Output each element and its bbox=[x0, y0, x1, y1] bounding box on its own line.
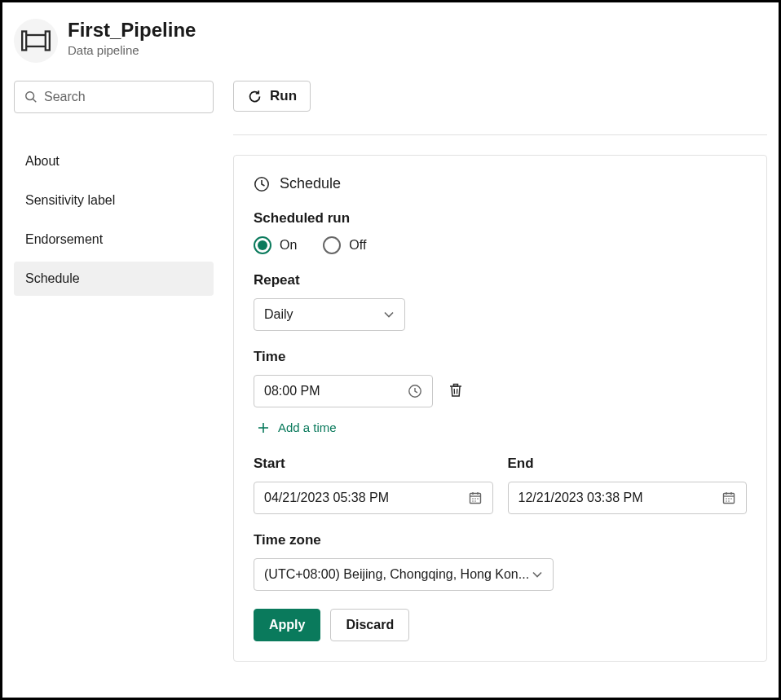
pipeline-icon bbox=[14, 19, 58, 63]
search-icon bbox=[24, 90, 38, 104]
timezone-section: Time zone (UTC+08:00) Beijing, Chongqing… bbox=[254, 532, 747, 591]
sidebar: About Sensitivity label Endorsement Sche… bbox=[14, 81, 214, 662]
refresh-icon bbox=[247, 89, 263, 104]
svg-point-3 bbox=[26, 92, 34, 100]
button-row: Apply Discard bbox=[254, 609, 747, 641]
end-label: End bbox=[508, 456, 748, 472]
run-button[interactable]: Run bbox=[233, 81, 311, 112]
start-col: Start 04/21/2023 05:38 PM bbox=[254, 456, 493, 514]
timezone-label: Time zone bbox=[254, 532, 747, 548]
svg-point-15 bbox=[472, 498, 474, 500]
schedule-card: Schedule Scheduled run On Off bbox=[233, 155, 767, 662]
calendar-icon bbox=[721, 491, 736, 505]
page-title: First_Pipeline bbox=[68, 19, 196, 42]
clock-icon bbox=[408, 384, 422, 398]
svg-line-4 bbox=[33, 99, 36, 102]
svg-point-27 bbox=[726, 500, 727, 502]
radio-on-indicator bbox=[254, 236, 271, 254]
time-label: Time bbox=[254, 349, 747, 365]
start-label: Start bbox=[254, 456, 493, 472]
time-row: 08:00 PM bbox=[254, 375, 747, 407]
svg-point-26 bbox=[730, 498, 732, 500]
calendar-icon bbox=[468, 491, 483, 505]
main: Run Schedule Scheduled run bbox=[233, 81, 767, 662]
add-time-label: Add a time bbox=[278, 420, 337, 434]
search-input[interactable] bbox=[14, 81, 214, 113]
delete-time-button[interactable] bbox=[444, 379, 467, 404]
title-block: First_Pipeline Data pipeline bbox=[68, 19, 196, 57]
svg-point-24 bbox=[726, 498, 727, 500]
chevron-down-icon bbox=[383, 309, 395, 320]
radio-off-indicator bbox=[323, 236, 341, 254]
svg-point-16 bbox=[474, 498, 476, 500]
repeat-value: Daily bbox=[264, 307, 293, 322]
end-value: 12/21/2023 03:38 PM bbox=[518, 491, 643, 505]
nav-list: About Sensitivity label Endorsement Sche… bbox=[14, 144, 214, 296]
plus-icon bbox=[257, 421, 270, 434]
end-input[interactable]: 12/21/2023 03:38 PM bbox=[508, 482, 748, 514]
search-field[interactable] bbox=[44, 90, 203, 104]
apply-button-label: Apply bbox=[269, 618, 305, 632]
trash-icon bbox=[448, 382, 464, 398]
time-input[interactable]: 08:00 PM bbox=[254, 375, 433, 407]
repeat-section: Repeat Daily bbox=[254, 272, 747, 331]
radio-off[interactable]: Off bbox=[323, 236, 366, 254]
time-section: Time 08:00 PM bbox=[254, 349, 747, 438]
repeat-label: Repeat bbox=[254, 272, 747, 288]
timezone-value: (UTC+08:00) Beijing, Chongqing, Hong Kon… bbox=[264, 567, 529, 582]
svg-rect-2 bbox=[46, 32, 50, 51]
apply-button[interactable]: Apply bbox=[254, 609, 320, 641]
card-header: Schedule bbox=[254, 175, 747, 192]
sidebar-item-schedule[interactable]: Schedule bbox=[14, 262, 214, 296]
discard-button[interactable]: Discard bbox=[330, 609, 409, 641]
page-subtitle: Data pipeline bbox=[68, 43, 196, 57]
timezone-select[interactable]: (UTC+08:00) Beijing, Chongqing, Hong Kon… bbox=[254, 558, 554, 591]
svg-point-25 bbox=[728, 498, 730, 500]
scheduled-run-radio-group: On Off bbox=[254, 236, 747, 254]
clock-icon bbox=[254, 176, 270, 192]
end-col: End 12/21/2023 03:38 PM bbox=[508, 456, 748, 514]
date-range-section: Start 04/21/2023 05:38 PM bbox=[254, 456, 747, 514]
svg-point-18 bbox=[472, 500, 474, 502]
chevron-down-icon bbox=[532, 569, 543, 580]
sidebar-item-endorsement[interactable]: Endorsement bbox=[14, 222, 214, 257]
svg-point-17 bbox=[477, 498, 479, 500]
start-input[interactable]: 04/21/2023 05:38 PM bbox=[254, 482, 493, 514]
scheduled-run-label: Scheduled run bbox=[254, 210, 747, 227]
scheduled-run-section: Scheduled run On Off bbox=[254, 210, 747, 254]
radio-on-label: On bbox=[280, 238, 297, 253]
svg-point-19 bbox=[474, 500, 476, 502]
radio-on[interactable]: On bbox=[254, 236, 297, 254]
repeat-select[interactable]: Daily bbox=[254, 298, 405, 331]
svg-point-28 bbox=[728, 500, 730, 502]
add-time-button[interactable]: Add a time bbox=[254, 419, 340, 436]
divider bbox=[233, 134, 767, 135]
sidebar-item-sensitivity-label[interactable]: Sensitivity label bbox=[14, 183, 214, 218]
toolbar: Run bbox=[233, 81, 767, 112]
discard-button-label: Discard bbox=[346, 618, 394, 632]
start-value: 04/21/2023 05:38 PM bbox=[264, 491, 389, 505]
header: First_Pipeline Data pipeline bbox=[14, 19, 767, 63]
time-value: 08:00 PM bbox=[264, 384, 320, 398]
sidebar-item-about[interactable]: About bbox=[14, 144, 214, 178]
svg-rect-1 bbox=[22, 32, 26, 51]
radio-off-label: Off bbox=[349, 238, 366, 253]
run-button-label: Run bbox=[270, 88, 297, 104]
card-title: Schedule bbox=[280, 175, 341, 192]
